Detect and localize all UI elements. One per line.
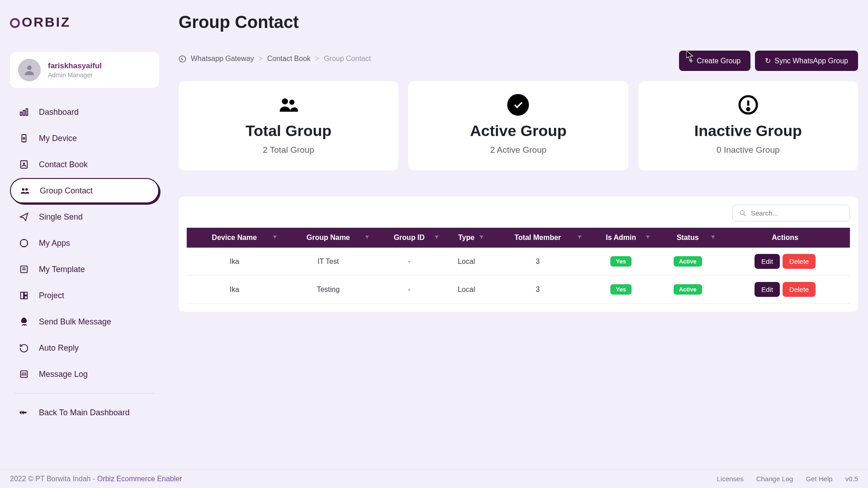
footer-copyright: 2022 © PT Borwita Indah - bbox=[10, 475, 97, 483]
card-inactive-group: Inactive Group 0 Inactive Group bbox=[638, 81, 858, 170]
sync-group-label: Sync WhatsApp Group bbox=[774, 57, 848, 65]
footer-link-get-help[interactable]: Get Help bbox=[806, 475, 832, 483]
template-icon bbox=[19, 264, 29, 274]
brand-text: ORBIZ bbox=[22, 14, 71, 29]
cell-status: Active bbox=[655, 248, 720, 276]
stat-cards: Total Group 2 Total Group Active Group 2… bbox=[179, 81, 858, 170]
column-is-admin[interactable]: Is Admin bbox=[587, 228, 655, 248]
filter-icon[interactable] bbox=[364, 234, 370, 242]
edit-button[interactable]: Edit bbox=[755, 282, 780, 297]
breadcrumb-2: Group Contact bbox=[324, 55, 371, 63]
brand-logo[interactable]: ORBIZ bbox=[10, 14, 71, 30]
breadcrumb-sep: > bbox=[259, 55, 263, 63]
column-group-name[interactable]: Group Name bbox=[282, 228, 374, 248]
action-button-row: + Create Group ↻ Sync WhatsApp Group bbox=[679, 51, 858, 71]
sidebar-item-dashboard[interactable]: Dashboard bbox=[10, 99, 159, 125]
cell-device: Ika bbox=[187, 248, 282, 276]
plus-icon: + bbox=[689, 57, 693, 65]
breadcrumb-0[interactable]: Whatsapp Gateway bbox=[191, 55, 254, 63]
sidebar-divider bbox=[14, 393, 155, 394]
reply-all-icon bbox=[19, 408, 29, 418]
sidebar-item-auto-reply[interactable]: Auto Reply bbox=[10, 335, 159, 361]
svg-point-22 bbox=[282, 99, 288, 104]
card-subtitle: 2 Active Group bbox=[490, 145, 547, 155]
footer-link-licenses[interactable]: Licenses bbox=[717, 475, 743, 483]
card-total-group: Total Group 2 Total Group bbox=[179, 81, 398, 170]
group-table-panel: Device NameGroup NameGroup IDTypeTotal M… bbox=[179, 197, 858, 312]
sidebar-item-message-log[interactable]: Message Log bbox=[10, 361, 159, 387]
card-title: Total Group bbox=[245, 122, 331, 140]
cell-group: Testing bbox=[282, 276, 374, 304]
device-icon bbox=[19, 133, 29, 143]
svg-rect-1 bbox=[20, 112, 22, 115]
column-status[interactable]: Status bbox=[655, 228, 720, 248]
filter-icon[interactable] bbox=[272, 234, 278, 242]
sidebar: DashboardMy DeviceContact BookGroup Cont… bbox=[10, 99, 159, 426]
column-device-name[interactable]: Device Name bbox=[187, 228, 282, 248]
cell-device: Ika bbox=[187, 276, 282, 304]
sidebar-item-my-apps[interactable]: My Apps bbox=[10, 230, 159, 256]
filter-icon[interactable] bbox=[710, 234, 716, 242]
page-title: Group Contact bbox=[179, 13, 299, 32]
delete-button[interactable]: Delete bbox=[783, 282, 816, 297]
create-group-label: Create Group bbox=[697, 57, 741, 65]
column-type[interactable]: Type bbox=[444, 228, 489, 248]
sidebar-item-my-template[interactable]: My Template bbox=[10, 257, 159, 282]
user-card[interactable]: fariskhasyaiful Admin Manager bbox=[10, 52, 159, 88]
cell-gid: - bbox=[374, 276, 444, 304]
card-title: Inactive Group bbox=[694, 122, 802, 140]
filter-icon[interactable] bbox=[577, 234, 582, 242]
svg-point-5 bbox=[23, 137, 25, 139]
filter-icon[interactable] bbox=[434, 234, 439, 242]
svg-point-27 bbox=[740, 211, 744, 215]
search-box[interactable] bbox=[732, 205, 850, 221]
breadcrumb-1[interactable]: Contact Book bbox=[267, 55, 311, 63]
svg-point-9 bbox=[25, 188, 28, 191]
filter-icon[interactable] bbox=[645, 234, 651, 242]
edit-button[interactable]: Edit bbox=[755, 254, 780, 269]
sidebar-item-contact-book[interactable]: Contact Book bbox=[10, 152, 159, 177]
whatsapp-icon bbox=[179, 55, 186, 63]
sidebar-item-send-bulk-message[interactable]: Send Bulk Message bbox=[10, 309, 159, 334]
reply-icon bbox=[19, 343, 29, 353]
search-input[interactable] bbox=[751, 209, 843, 217]
sync-group-button[interactable]: ↻ Sync WhatsApp Group bbox=[755, 51, 858, 71]
sidebar-item-my-device[interactable]: My Device bbox=[10, 126, 159, 151]
svg-point-23 bbox=[289, 100, 295, 105]
sidebar-item-label: Auto Reply bbox=[39, 343, 79, 353]
cell-members: 3 bbox=[489, 276, 587, 304]
footer-link-change-log[interactable]: Change Log bbox=[756, 475, 793, 483]
avatar-icon bbox=[23, 63, 36, 77]
footer-brand-link[interactable]: Orbiz Ecommerce Enabler bbox=[97, 475, 182, 483]
sidebar-item-group-contact[interactable]: Group Contact bbox=[10, 178, 159, 203]
apps-icon bbox=[19, 238, 29, 248]
cell-actions: EditDelete bbox=[720, 276, 850, 304]
create-group-button[interactable]: + Create Group bbox=[679, 51, 750, 71]
footer-link-v0-5[interactable]: v0.5 bbox=[845, 475, 858, 483]
table-row: IkaIT Test-Local3YesActiveEditDelete bbox=[187, 248, 850, 276]
sidebar-item-project[interactable]: Project bbox=[10, 283, 159, 308]
column-group-id[interactable]: Group ID bbox=[374, 228, 444, 248]
delete-button[interactable]: Delete bbox=[783, 254, 816, 269]
cell-admin: Yes bbox=[587, 276, 655, 304]
rocket-icon bbox=[19, 317, 29, 327]
badge-active: Active bbox=[674, 284, 702, 295]
cell-type: Local bbox=[444, 276, 489, 304]
sidebar-item-single-send[interactable]: Single Send bbox=[10, 204, 159, 230]
sidebar-back-link[interactable]: Back To Main Dashboard bbox=[10, 400, 159, 425]
column-actions[interactable]: Actions bbox=[720, 228, 850, 248]
svg-rect-2 bbox=[23, 110, 25, 115]
avatar bbox=[18, 59, 41, 81]
column-total-member[interactable]: Total Member bbox=[489, 228, 587, 248]
badge-yes: Yes bbox=[610, 284, 631, 295]
sidebar-item-label: My Template bbox=[39, 265, 85, 274]
cell-group: IT Test bbox=[282, 248, 374, 276]
svg-point-8 bbox=[22, 188, 25, 191]
logo-circle-icon bbox=[10, 18, 20, 28]
cell-gid: - bbox=[374, 248, 444, 276]
sidebar-item-label: My Apps bbox=[39, 239, 70, 248]
search-icon bbox=[739, 210, 746, 217]
svg-rect-16 bbox=[24, 296, 27, 299]
filter-icon[interactable] bbox=[479, 234, 484, 242]
svg-point-21 bbox=[179, 56, 185, 62]
